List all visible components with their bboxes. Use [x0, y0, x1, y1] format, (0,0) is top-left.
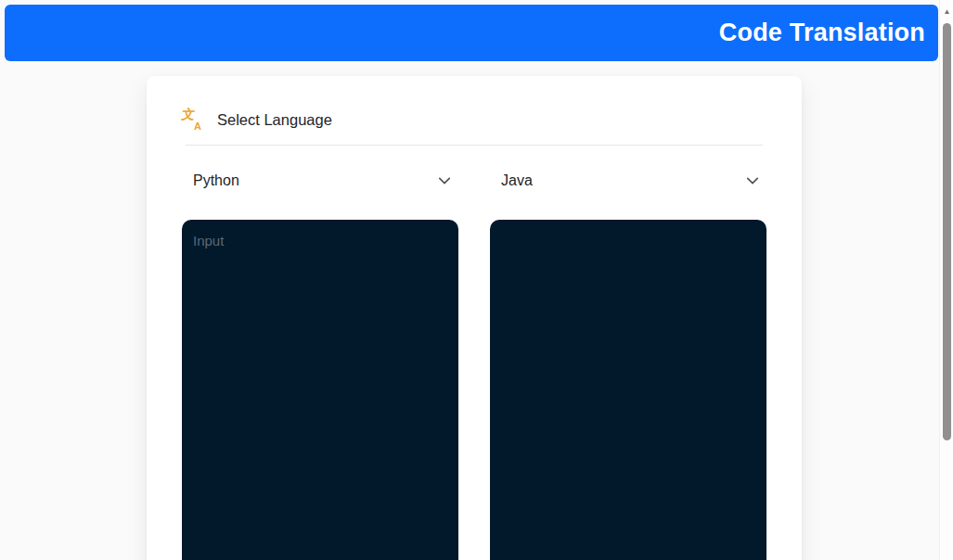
code-input-editor[interactable]: [182, 220, 458, 560]
scrollbar-thumb[interactable]: [943, 23, 951, 440]
app-title: Code Translation: [719, 19, 925, 47]
chevron-down-icon: [438, 174, 451, 187]
section-title-row: 文 A Select Language: [182, 109, 766, 130]
translate-icon-a-glyph: A: [194, 121, 201, 132]
language-selects-row: Python Java: [182, 168, 766, 194]
app-header: Code Translation: [5, 5, 938, 61]
scrollbar-track[interactable]: ▲: [939, 0, 953, 560]
divider: [186, 145, 763, 146]
target-language-select[interactable]: Java: [490, 168, 766, 194]
translation-card: 文 A Select Language Python Java: [147, 76, 802, 560]
chevron-down-icon: [746, 174, 759, 187]
code-output-editor[interactable]: [490, 220, 766, 560]
target-language-value: Java: [501, 172, 533, 189]
source-language-value: Python: [193, 172, 239, 189]
scroll-up-arrow-icon[interactable]: ▲: [940, 4, 953, 19]
translate-icon: 文 A: [182, 109, 202, 130]
editors-row: [182, 220, 766, 560]
source-language-select[interactable]: Python: [182, 168, 458, 194]
page: Code Translation 文 A Select Language Pyt…: [0, 0, 953, 560]
select-language-title: Select Language: [217, 111, 332, 129]
